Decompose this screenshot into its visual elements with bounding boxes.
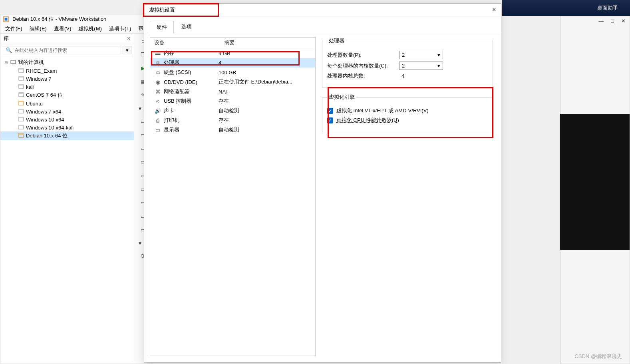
tree-item-vm[interactable]: Debian 10.x 64 位 — [0, 131, 134, 140]
svg-rect-13 — [19, 101, 24, 102]
tree-item-label: Debian 10.x 64 位 — [26, 132, 68, 139]
col-device: 设备 — [154, 39, 224, 46]
cd-icon: ◉ — [154, 78, 161, 86]
tree-root[interactable]: ⊟ 我的计算机 — [0, 58, 134, 67]
vm-icon — [18, 92, 24, 98]
device-row[interactable]: 🔊声卡自动检测 — [150, 106, 315, 115]
library-sidebar: 库 × 🔍 ▾ ⊟ 我的计算机 RHCE_ExamWindows 7k — [0, 34, 134, 364]
proc-cores-select[interactable]: 2 ▾ — [399, 62, 443, 70]
tab-hardware[interactable]: 硬件 — [150, 21, 174, 33]
search-icon: 🔍 — [6, 47, 12, 53]
dialog-close-icon[interactable]: × — [492, 6, 496, 14]
vm-icon — [18, 124, 24, 131]
search-input-wrap[interactable]: 🔍 — [3, 46, 121, 54]
menu-view[interactable]: 查看(V) — [54, 25, 71, 32]
proc-cores-value: 2 — [402, 63, 405, 69]
tree-item-vm[interactable]: kali — [0, 83, 134, 91]
proc-count-value: 2 — [402, 52, 405, 58]
device-summary: 100 GB — [219, 70, 311, 76]
proc-total-label: 处理器内核总数: — [327, 72, 399, 80]
vm-icon — [18, 100, 24, 107]
tree-item-label: Windows 7 — [26, 76, 52, 82]
memory-icon: ▬ — [154, 50, 161, 57]
device-name: 声卡 — [164, 107, 174, 114]
tree-item-vm[interactable]: Windows 10 x64 — [0, 115, 134, 123]
menu-help[interactable]: 帮 — [138, 25, 143, 32]
tree-item-vm[interactable]: Windows 10 x64-kali — [0, 123, 134, 131]
device-name: CD/DVD (IDE) — [164, 79, 197, 85]
device-row[interactable]: ⎋USB 控制器存在 — [150, 96, 315, 106]
vm-icon — [18, 133, 24, 139]
tree-item-vm[interactable]: Ubuntu — [0, 99, 134, 107]
tree-item-label: Windows 10 x64 — [26, 117, 64, 123]
tree-root-label: 我的计算机 — [18, 59, 44, 66]
virt-legend: 虚拟化引擎 — [327, 93, 356, 101]
collapse-icon[interactable]: ⊟ — [4, 60, 8, 65]
virtualization-group: 虚拟化引擎 ✓ 虚拟化 Intel VT-x/EPT 或 AMD-V/RVI(V… — [322, 93, 493, 132]
right-side-window: — □ ✕ — [560, 16, 630, 364]
device-summary: 自动检测 — [219, 126, 311, 133]
tree-item-label: RHCE_Exam — [26, 68, 57, 74]
svg-rect-1 — [5, 18, 8, 21]
device-row[interactable]: ⧈处理器4 — [150, 58, 315, 68]
net-icon: ⌘ — [154, 88, 161, 95]
menu-edit[interactable]: 编辑(E) — [30, 25, 47, 32]
device-row[interactable]: ▬内存4 GB — [150, 48, 315, 58]
tree-item-vm[interactable]: Windows 7 — [0, 75, 134, 83]
device-row[interactable]: ⎙打印机存在 — [150, 115, 315, 125]
minimize-icon[interactable]: — — [598, 18, 604, 24]
device-row[interactable]: ▭显示器自动检测 — [150, 125, 315, 135]
svg-rect-5 — [19, 68, 24, 70]
dialog-tabs: 硬件 选项 — [144, 19, 501, 33]
vm-icon — [18, 68, 24, 74]
chevron-down-icon: ▾ — [437, 52, 440, 58]
device-summary: 自动检测 — [219, 107, 311, 114]
search-input[interactable] — [14, 48, 118, 53]
menu-vm[interactable]: 虚拟机(M) — [78, 25, 102, 32]
vm-tree: ⊟ 我的计算机 RHCE_ExamWindows 7kaliCentOS 7 6… — [0, 56, 134, 364]
usb-icon: ⎋ — [154, 97, 161, 105]
tree-item-label: Ubuntu — [26, 101, 43, 107]
menu-file[interactable]: 文件(F) — [5, 25, 22, 32]
vm-icon — [18, 76, 24, 82]
proc-cores-label: 每个处理器的内核数量(C): — [327, 62, 399, 70]
device-row[interactable]: ◉CD/DVD (IDE)正在使用文件 E:\Debian\debia... — [150, 77, 315, 87]
checkbox-cpu-perf[interactable]: ✓ — [327, 117, 333, 123]
tab-options[interactable]: 选项 — [175, 20, 199, 33]
tree-item-vm[interactable]: Windows 7 x64 — [0, 107, 134, 115]
vt-label: 虚拟化 Intel VT-x/EPT 或 AMD-V/RVI(V) — [336, 107, 429, 114]
device-row[interactable]: ⌘网络适配器NAT — [150, 87, 315, 96]
menu-tabs[interactable]: 选项卡(T) — [109, 25, 131, 32]
tree-item-vm[interactable]: CentOS 7 64 位 — [0, 91, 134, 99]
search-dropdown-button[interactable]: ▾ — [123, 46, 131, 54]
svg-rect-19 — [19, 125, 24, 126]
device-row[interactable]: ⛀硬盘 (SCSI)100 GB — [150, 68, 315, 77]
device-name: 打印机 — [164, 117, 179, 124]
maximize-icon[interactable]: □ — [611, 18, 614, 24]
device-summary: 4 GB — [219, 50, 311, 56]
svg-rect-9 — [19, 84, 24, 86]
helper-label: 桌面助手 — [597, 4, 618, 12]
library-close-icon[interactable]: × — [127, 35, 131, 42]
computer-icon — [10, 59, 16, 66]
desktop-helper-bar: 桌面助手 — [502, 0, 630, 16]
proc-count-select[interactable]: 2 ▾ — [399, 51, 443, 59]
disk-icon: ⛀ — [154, 69, 161, 76]
col-summary: 摘要 — [224, 39, 235, 46]
dialog-title: 虚拟机设置 — [149, 6, 175, 14]
tree-item-label: Windows 10 x64-kali — [26, 125, 74, 131]
library-title: 库 — [4, 35, 9, 42]
tree-item-vm[interactable]: RHCE_Exam — [0, 67, 134, 75]
vm-icon — [18, 84, 24, 90]
close-icon[interactable]: ✕ — [621, 18, 626, 24]
svg-rect-2 — [11, 60, 16, 64]
tree-item-label: CentOS 7 64 位 — [26, 91, 63, 99]
app-icon — [3, 16, 9, 22]
device-name: 网络适配器 — [164, 88, 190, 95]
device-name: USB 控制器 — [164, 97, 191, 105]
svg-rect-17 — [19, 117, 24, 118]
checkbox-vt[interactable]: ✓ — [327, 108, 333, 114]
settings-right-panel: 处理器 处理器数量(P): 2 ▾ 每个处理器的内核数量(C): 2 ▾ — [320, 37, 495, 356]
tree-item-label: Windows 7 x64 — [26, 109, 61, 115]
proc-count-label: 处理器数量(P): — [327, 52, 399, 59]
